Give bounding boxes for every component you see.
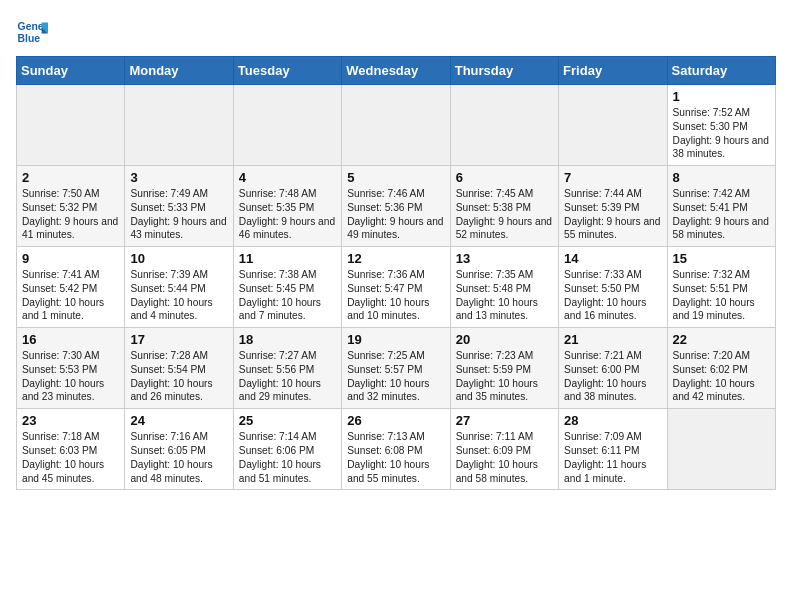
calendar-cell: 1Sunrise: 7:52 AM Sunset: 5:30 PM Daylig… [667,85,775,166]
day-number: 5 [347,170,444,185]
calendar-cell [125,85,233,166]
weekday-header: Sunday [17,57,125,85]
day-detail: Sunrise: 7:44 AM Sunset: 5:39 PM Dayligh… [564,187,661,242]
day-number: 23 [22,413,119,428]
day-number: 2 [22,170,119,185]
day-detail: Sunrise: 7:30 AM Sunset: 5:53 PM Dayligh… [22,349,119,404]
day-detail: Sunrise: 7:49 AM Sunset: 5:33 PM Dayligh… [130,187,227,242]
day-number: 20 [456,332,553,347]
day-number: 22 [673,332,770,347]
weekday-header: Tuesday [233,57,341,85]
logo-icon: General Blue [16,16,48,48]
day-detail: Sunrise: 7:48 AM Sunset: 5:35 PM Dayligh… [239,187,336,242]
day-detail: Sunrise: 7:09 AM Sunset: 6:11 PM Dayligh… [564,430,661,485]
calendar-week-row: 9Sunrise: 7:41 AM Sunset: 5:42 PM Daylig… [17,247,776,328]
day-number: 6 [456,170,553,185]
day-detail: Sunrise: 7:21 AM Sunset: 6:00 PM Dayligh… [564,349,661,404]
day-detail: Sunrise: 7:16 AM Sunset: 6:05 PM Dayligh… [130,430,227,485]
day-detail: Sunrise: 7:42 AM Sunset: 5:41 PM Dayligh… [673,187,770,242]
day-number: 1 [673,89,770,104]
day-detail: Sunrise: 7:46 AM Sunset: 5:36 PM Dayligh… [347,187,444,242]
day-number: 13 [456,251,553,266]
weekday-header: Wednesday [342,57,450,85]
calendar-cell: 8Sunrise: 7:42 AM Sunset: 5:41 PM Daylig… [667,166,775,247]
day-detail: Sunrise: 7:52 AM Sunset: 5:30 PM Dayligh… [673,106,770,161]
weekday-header: Saturday [667,57,775,85]
day-number: 24 [130,413,227,428]
day-number: 15 [673,251,770,266]
weekday-header: Friday [559,57,667,85]
day-number: 10 [130,251,227,266]
weekday-header: Monday [125,57,233,85]
day-detail: Sunrise: 7:18 AM Sunset: 6:03 PM Dayligh… [22,430,119,485]
calendar-cell: 5Sunrise: 7:46 AM Sunset: 5:36 PM Daylig… [342,166,450,247]
calendar-cell: 6Sunrise: 7:45 AM Sunset: 5:38 PM Daylig… [450,166,558,247]
day-number: 11 [239,251,336,266]
calendar-table: SundayMondayTuesdayWednesdayThursdayFrid… [16,56,776,490]
day-number: 8 [673,170,770,185]
day-number: 7 [564,170,661,185]
calendar-cell [342,85,450,166]
calendar-cell: 12Sunrise: 7:36 AM Sunset: 5:47 PM Dayli… [342,247,450,328]
calendar-cell: 4Sunrise: 7:48 AM Sunset: 5:35 PM Daylig… [233,166,341,247]
day-number: 19 [347,332,444,347]
calendar-cell: 9Sunrise: 7:41 AM Sunset: 5:42 PM Daylig… [17,247,125,328]
calendar-cell [17,85,125,166]
logo: General Blue [16,16,48,48]
day-detail: Sunrise: 7:27 AM Sunset: 5:56 PM Dayligh… [239,349,336,404]
day-number: 9 [22,251,119,266]
day-number: 12 [347,251,444,266]
day-detail: Sunrise: 7:23 AM Sunset: 5:59 PM Dayligh… [456,349,553,404]
calendar-cell: 2Sunrise: 7:50 AM Sunset: 5:32 PM Daylig… [17,166,125,247]
day-number: 3 [130,170,227,185]
calendar-cell: 16Sunrise: 7:30 AM Sunset: 5:53 PM Dayli… [17,328,125,409]
day-number: 4 [239,170,336,185]
calendar-week-row: 23Sunrise: 7:18 AM Sunset: 6:03 PM Dayli… [17,409,776,490]
calendar-cell: 10Sunrise: 7:39 AM Sunset: 5:44 PM Dayli… [125,247,233,328]
day-number: 25 [239,413,336,428]
calendar-week-row: 1Sunrise: 7:52 AM Sunset: 5:30 PM Daylig… [17,85,776,166]
calendar-cell: 23Sunrise: 7:18 AM Sunset: 6:03 PM Dayli… [17,409,125,490]
page-header: General Blue [16,16,776,48]
day-detail: Sunrise: 7:13 AM Sunset: 6:08 PM Dayligh… [347,430,444,485]
day-detail: Sunrise: 7:39 AM Sunset: 5:44 PM Dayligh… [130,268,227,323]
calendar-cell: 20Sunrise: 7:23 AM Sunset: 5:59 PM Dayli… [450,328,558,409]
day-detail: Sunrise: 7:11 AM Sunset: 6:09 PM Dayligh… [456,430,553,485]
calendar-cell: 7Sunrise: 7:44 AM Sunset: 5:39 PM Daylig… [559,166,667,247]
day-detail: Sunrise: 7:38 AM Sunset: 5:45 PM Dayligh… [239,268,336,323]
calendar-cell: 22Sunrise: 7:20 AM Sunset: 6:02 PM Dayli… [667,328,775,409]
svg-text:Blue: Blue [18,33,41,44]
day-number: 21 [564,332,661,347]
calendar-cell [233,85,341,166]
day-detail: Sunrise: 7:25 AM Sunset: 5:57 PM Dayligh… [347,349,444,404]
calendar-cell: 18Sunrise: 7:27 AM Sunset: 5:56 PM Dayli… [233,328,341,409]
calendar-cell [559,85,667,166]
calendar-header-row: SundayMondayTuesdayWednesdayThursdayFrid… [17,57,776,85]
day-number: 17 [130,332,227,347]
day-detail: Sunrise: 7:35 AM Sunset: 5:48 PM Dayligh… [456,268,553,323]
day-number: 28 [564,413,661,428]
day-detail: Sunrise: 7:36 AM Sunset: 5:47 PM Dayligh… [347,268,444,323]
calendar-week-row: 16Sunrise: 7:30 AM Sunset: 5:53 PM Dayli… [17,328,776,409]
day-detail: Sunrise: 7:32 AM Sunset: 5:51 PM Dayligh… [673,268,770,323]
calendar-cell: 21Sunrise: 7:21 AM Sunset: 6:00 PM Dayli… [559,328,667,409]
calendar-cell: 24Sunrise: 7:16 AM Sunset: 6:05 PM Dayli… [125,409,233,490]
day-number: 16 [22,332,119,347]
calendar-cell: 11Sunrise: 7:38 AM Sunset: 5:45 PM Dayli… [233,247,341,328]
calendar-cell: 17Sunrise: 7:28 AM Sunset: 5:54 PM Dayli… [125,328,233,409]
calendar-week-row: 2Sunrise: 7:50 AM Sunset: 5:32 PM Daylig… [17,166,776,247]
calendar-cell: 27Sunrise: 7:11 AM Sunset: 6:09 PM Dayli… [450,409,558,490]
day-detail: Sunrise: 7:28 AM Sunset: 5:54 PM Dayligh… [130,349,227,404]
day-detail: Sunrise: 7:45 AM Sunset: 5:38 PM Dayligh… [456,187,553,242]
day-number: 26 [347,413,444,428]
day-detail: Sunrise: 7:41 AM Sunset: 5:42 PM Dayligh… [22,268,119,323]
day-number: 14 [564,251,661,266]
calendar-cell: 25Sunrise: 7:14 AM Sunset: 6:06 PM Dayli… [233,409,341,490]
day-detail: Sunrise: 7:33 AM Sunset: 5:50 PM Dayligh… [564,268,661,323]
day-detail: Sunrise: 7:50 AM Sunset: 5:32 PM Dayligh… [22,187,119,242]
day-number: 18 [239,332,336,347]
calendar-cell: 28Sunrise: 7:09 AM Sunset: 6:11 PM Dayli… [559,409,667,490]
day-detail: Sunrise: 7:20 AM Sunset: 6:02 PM Dayligh… [673,349,770,404]
calendar-cell: 15Sunrise: 7:32 AM Sunset: 5:51 PM Dayli… [667,247,775,328]
calendar-cell: 26Sunrise: 7:13 AM Sunset: 6:08 PM Dayli… [342,409,450,490]
